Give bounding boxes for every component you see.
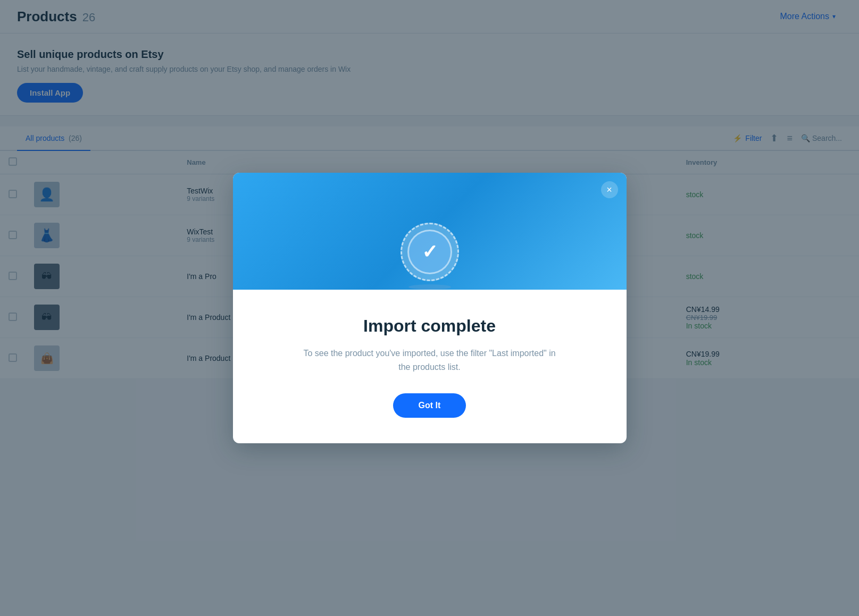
success-badge-outer: ✓ <box>401 223 459 281</box>
got-it-button[interactable]: Got It <box>393 393 466 418</box>
modal-desc: To see the product you've imported, use … <box>258 347 601 374</box>
badge-shadow <box>408 284 451 290</box>
success-badge-inner: ✓ <box>407 230 452 274</box>
import-complete-modal: × ✓ Import complete To see the product y… <box>233 173 627 443</box>
modal-title: Import complete <box>258 316 601 336</box>
modal-body: Import complete To see the product you'v… <box>233 290 627 443</box>
checkmark-icon: ✓ <box>422 242 438 261</box>
modal-overlay: × ✓ Import complete To see the product y… <box>0 0 859 616</box>
modal-header: × ✓ <box>233 173 627 290</box>
modal-close-button[interactable]: × <box>601 181 618 198</box>
